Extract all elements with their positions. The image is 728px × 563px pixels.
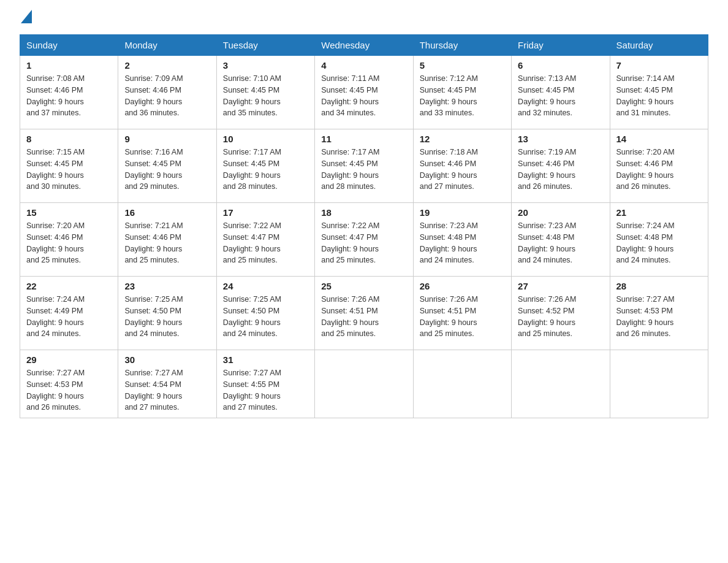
day-info: Sunrise: 7:25 AMSunset: 4:50 PMDaylight:… — [124, 294, 210, 340]
calendar-day-cell: 4Sunrise: 7:11 AMSunset: 4:45 PMDaylight… — [315, 56, 413, 129]
day-number: 27 — [518, 281, 603, 291]
calendar-day-cell: 19Sunrise: 7:23 AMSunset: 4:48 PMDayligh… — [413, 203, 511, 277]
day-info: Sunrise: 7:24 AMSunset: 4:49 PMDaylight:… — [26, 294, 112, 340]
day-number: 25 — [321, 281, 406, 291]
day-number: 29 — [26, 354, 112, 365]
day-of-week-header: Saturday — [610, 35, 708, 56]
day-number: 5 — [420, 60, 505, 71]
day-info: Sunrise: 7:22 AMSunset: 4:47 PMDaylight:… — [321, 220, 406, 266]
day-info: Sunrise: 7:23 AMSunset: 4:48 PMDaylight:… — [518, 220, 603, 266]
day-number: 9 — [124, 134, 210, 144]
day-number: 12 — [420, 134, 505, 144]
calendar-day-cell: 13Sunrise: 7:19 AMSunset: 4:46 PMDayligh… — [512, 129, 610, 203]
calendar-day-cell: 7Sunrise: 7:14 AMSunset: 4:45 PMDaylight… — [610, 56, 708, 129]
calendar-day-cell: 27Sunrise: 7:26 AMSunset: 4:52 PMDayligh… — [512, 277, 610, 350]
day-number: 28 — [616, 281, 702, 291]
day-info: Sunrise: 7:11 AMSunset: 4:45 PMDaylight:… — [321, 73, 406, 119]
day-number: 4 — [321, 60, 406, 71]
day-of-week-header: Friday — [512, 35, 610, 56]
day-number: 19 — [420, 207, 505, 218]
calendar-day-cell: 14Sunrise: 7:20 AMSunset: 4:46 PMDayligh… — [610, 129, 708, 203]
calendar-day-cell: 16Sunrise: 7:21 AMSunset: 4:46 PMDayligh… — [118, 203, 216, 277]
calendar-day-cell: 5Sunrise: 7:12 AMSunset: 4:45 PMDaylight… — [413, 56, 511, 129]
calendar-day-cell: 9Sunrise: 7:16 AMSunset: 4:45 PMDaylight… — [118, 129, 216, 203]
day-info: Sunrise: 7:14 AMSunset: 4:45 PMDaylight:… — [616, 73, 702, 119]
day-info: Sunrise: 7:10 AMSunset: 4:45 PMDaylight:… — [223, 73, 308, 119]
day-of-week-header: Thursday — [413, 35, 511, 56]
day-number: 26 — [420, 281, 505, 291]
calendar-day-cell — [512, 350, 610, 418]
day-number: 31 — [223, 354, 308, 365]
day-info: Sunrise: 7:13 AMSunset: 4:45 PMDaylight:… — [518, 73, 603, 119]
day-number: 22 — [26, 281, 112, 291]
day-of-week-header: Monday — [118, 35, 216, 56]
day-info: Sunrise: 7:25 AMSunset: 4:50 PMDaylight:… — [223, 294, 308, 340]
calendar-day-cell: 31Sunrise: 7:27 AMSunset: 4:55 PMDayligh… — [216, 350, 314, 418]
day-number: 23 — [124, 281, 210, 291]
calendar-table: SundayMondayTuesdayWednesdayThursdayFrid… — [20, 34, 708, 418]
day-number: 18 — [321, 207, 406, 218]
calendar-day-cell: 10Sunrise: 7:17 AMSunset: 4:45 PMDayligh… — [216, 129, 314, 203]
calendar-day-cell: 2Sunrise: 7:09 AMSunset: 4:46 PMDaylight… — [118, 56, 216, 129]
page-header — [20, 15, 708, 23]
day-number: 8 — [26, 134, 112, 144]
day-number: 14 — [616, 134, 702, 144]
calendar-day-cell: 20Sunrise: 7:23 AMSunset: 4:48 PMDayligh… — [512, 203, 610, 277]
calendar-day-cell: 12Sunrise: 7:18 AMSunset: 4:46 PMDayligh… — [413, 129, 511, 203]
calendar-week-row: 1Sunrise: 7:08 AMSunset: 4:46 PMDaylight… — [20, 56, 708, 129]
calendar-day-cell: 24Sunrise: 7:25 AMSunset: 4:50 PMDayligh… — [216, 277, 314, 350]
calendar-day-cell: 3Sunrise: 7:10 AMSunset: 4:45 PMDaylight… — [216, 56, 314, 129]
day-info: Sunrise: 7:26 AMSunset: 4:51 PMDaylight:… — [321, 294, 406, 340]
day-info: Sunrise: 7:20 AMSunset: 4:46 PMDaylight:… — [26, 220, 112, 266]
calendar-day-cell: 26Sunrise: 7:26 AMSunset: 4:51 PMDayligh… — [413, 277, 511, 350]
day-info: Sunrise: 7:19 AMSunset: 4:46 PMDaylight:… — [518, 147, 603, 193]
day-info: Sunrise: 7:09 AMSunset: 4:46 PMDaylight:… — [124, 73, 210, 119]
day-info: Sunrise: 7:27 AMSunset: 4:53 PMDaylight:… — [26, 367, 112, 413]
calendar-day-cell: 25Sunrise: 7:26 AMSunset: 4:51 PMDayligh… — [315, 277, 413, 350]
svg-marker-0 — [21, 10, 32, 23]
calendar-day-cell: 29Sunrise: 7:27 AMSunset: 4:53 PMDayligh… — [20, 350, 118, 418]
calendar-day-cell: 23Sunrise: 7:25 AMSunset: 4:50 PMDayligh… — [118, 277, 216, 350]
day-number: 20 — [518, 207, 603, 218]
day-number: 10 — [223, 134, 308, 144]
day-info: Sunrise: 7:21 AMSunset: 4:46 PMDaylight:… — [124, 220, 210, 266]
calendar-day-cell — [413, 350, 511, 418]
day-info: Sunrise: 7:18 AMSunset: 4:46 PMDaylight:… — [420, 147, 505, 193]
calendar-week-row: 29Sunrise: 7:27 AMSunset: 4:53 PMDayligh… — [20, 350, 708, 418]
calendar-week-row: 8Sunrise: 7:15 AMSunset: 4:45 PMDaylight… — [20, 129, 708, 203]
day-info: Sunrise: 7:15 AMSunset: 4:45 PMDaylight:… — [26, 147, 112, 193]
calendar-day-cell: 28Sunrise: 7:27 AMSunset: 4:53 PMDayligh… — [610, 277, 708, 350]
calendar-day-cell: 22Sunrise: 7:24 AMSunset: 4:49 PMDayligh… — [20, 277, 118, 350]
day-info: Sunrise: 7:22 AMSunset: 4:47 PMDaylight:… — [223, 220, 308, 266]
day-of-week-header: Wednesday — [315, 35, 413, 56]
day-info: Sunrise: 7:17 AMSunset: 4:45 PMDaylight:… — [223, 147, 308, 193]
calendar-day-cell: 17Sunrise: 7:22 AMSunset: 4:47 PMDayligh… — [216, 203, 314, 277]
day-number: 3 — [223, 60, 308, 71]
day-number: 6 — [518, 60, 603, 71]
calendar-day-cell: 18Sunrise: 7:22 AMSunset: 4:47 PMDayligh… — [315, 203, 413, 277]
day-info: Sunrise: 7:27 AMSunset: 4:54 PMDaylight:… — [124, 367, 210, 413]
day-number: 16 — [124, 207, 210, 218]
day-number: 30 — [124, 354, 210, 365]
day-info: Sunrise: 7:20 AMSunset: 4:46 PMDaylight:… — [616, 147, 702, 193]
logo — [20, 15, 32, 23]
calendar-week-row: 15Sunrise: 7:20 AMSunset: 4:46 PMDayligh… — [20, 203, 708, 277]
day-number: 2 — [124, 60, 210, 71]
day-info: Sunrise: 7:16 AMSunset: 4:45 PMDaylight:… — [124, 147, 210, 193]
day-info: Sunrise: 7:27 AMSunset: 4:55 PMDaylight:… — [223, 367, 308, 413]
calendar-day-cell: 11Sunrise: 7:17 AMSunset: 4:45 PMDayligh… — [315, 129, 413, 203]
day-info: Sunrise: 7:24 AMSunset: 4:48 PMDaylight:… — [616, 220, 702, 266]
calendar-day-cell: 21Sunrise: 7:24 AMSunset: 4:48 PMDayligh… — [610, 203, 708, 277]
day-of-week-header: Sunday — [20, 35, 118, 56]
day-number: 13 — [518, 134, 603, 144]
calendar-day-cell: 15Sunrise: 7:20 AMSunset: 4:46 PMDayligh… — [20, 203, 118, 277]
calendar-day-cell: 30Sunrise: 7:27 AMSunset: 4:54 PMDayligh… — [118, 350, 216, 418]
day-number: 1 — [26, 60, 112, 71]
calendar-header-row: SundayMondayTuesdayWednesdayThursdayFrid… — [20, 35, 708, 56]
day-number: 7 — [616, 60, 702, 71]
calendar-week-row: 22Sunrise: 7:24 AMSunset: 4:49 PMDayligh… — [20, 277, 708, 350]
day-info: Sunrise: 7:08 AMSunset: 4:46 PMDaylight:… — [26, 73, 112, 119]
day-info: Sunrise: 7:17 AMSunset: 4:45 PMDaylight:… — [321, 147, 406, 193]
day-info: Sunrise: 7:12 AMSunset: 4:45 PMDaylight:… — [420, 73, 505, 119]
calendar-day-cell: 6Sunrise: 7:13 AMSunset: 4:45 PMDaylight… — [512, 56, 610, 129]
